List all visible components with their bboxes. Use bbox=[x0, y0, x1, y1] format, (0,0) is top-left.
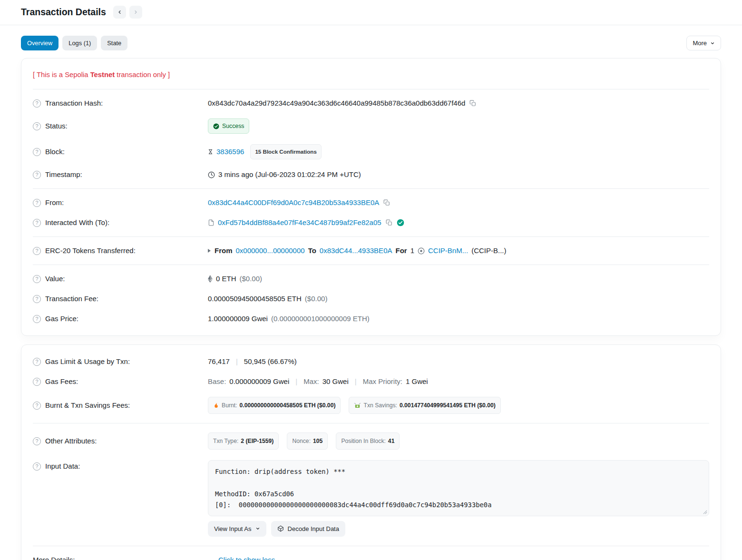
block-number-link[interactable]: 3836596 bbox=[216, 147, 244, 157]
flame-icon bbox=[213, 402, 219, 409]
row-gas-limit: ? Gas Limit & Usage by Txn: 76,417 | 50,… bbox=[33, 352, 709, 372]
row-label: ? Burnt & Txn Savings Fees: bbox=[33, 401, 208, 410]
token-icon bbox=[418, 247, 425, 255]
from-address-link[interactable]: 0x83dC44a4C00DFf69d0A0c7c94B20b53a4933BE… bbox=[208, 198, 379, 207]
help-icon[interactable]: ? bbox=[33, 148, 41, 156]
tab-state[interactable]: State bbox=[101, 36, 127, 50]
txn-type-value: 2 (EIP-1559) bbox=[241, 436, 273, 446]
nonce-badge: Nonce: 105 bbox=[287, 432, 328, 450]
help-icon[interactable]: ? bbox=[33, 437, 41, 445]
show-less-link[interactable]: Click to show less bbox=[218, 555, 275, 560]
more-button-label: More bbox=[693, 39, 707, 47]
help-icon[interactable]: ? bbox=[33, 358, 41, 366]
help-icon[interactable]: ? bbox=[33, 199, 41, 207]
help-icon[interactable]: ? bbox=[33, 219, 41, 227]
separator: | bbox=[295, 377, 297, 386]
input-data-box[interactable]: Function: drip(address token) *** Method… bbox=[208, 460, 709, 516]
row-interacted-with: ? Interacted With (To): 0xFd57b4ddBf88a4… bbox=[33, 213, 709, 233]
view-input-as-button[interactable]: View Input As bbox=[208, 521, 266, 537]
transfer-from-word: From bbox=[215, 246, 233, 255]
status-badge: Success bbox=[208, 118, 249, 134]
transaction-fee-usd: ($0.00) bbox=[305, 294, 328, 304]
help-icon[interactable]: ? bbox=[33, 247, 41, 255]
max-fee-label: Max: bbox=[303, 377, 319, 386]
row-label: ? Gas Fees: bbox=[33, 377, 208, 386]
help-icon[interactable]: ? bbox=[33, 295, 41, 303]
transaction-hash-label: Transaction Hash: bbox=[45, 98, 103, 108]
view-input-as-label: View Input As bbox=[214, 525, 252, 532]
token-name-link[interactable]: CCIP-BnM... bbox=[428, 246, 468, 255]
transfer-from-address-link[interactable]: 0x000000...00000000 bbox=[236, 246, 305, 255]
decode-input-data-button[interactable]: Decode Input Data bbox=[271, 521, 345, 537]
copy-icon[interactable] bbox=[385, 219, 393, 226]
row-label: ? Block: bbox=[33, 147, 208, 157]
help-icon[interactable]: ? bbox=[33, 402, 41, 410]
to-address-link[interactable]: 0xFd57b4ddBf88a4e07fF4e34C487b99af2Fe82a… bbox=[218, 218, 381, 227]
help-icon[interactable]: ? bbox=[33, 315, 41, 323]
status-label: Status: bbox=[45, 121, 68, 131]
more-details-label: More Details: bbox=[33, 555, 75, 560]
row-input-data: ? Input Data: Function: drip(address tok… bbox=[33, 455, 709, 542]
row-burnt-fees: ? Burnt & Txn Savings Fees: Burnt: 0.000… bbox=[33, 392, 709, 419]
txn-savings-badge-value: 0.001477404999541495 ETH ($0.00) bbox=[400, 401, 496, 410]
row-timestamp: ? Timestamp: 3 mins ago (Jul-06-2023 01:… bbox=[33, 165, 709, 185]
resize-handle-icon[interactable] bbox=[703, 510, 707, 514]
divider bbox=[33, 265, 709, 265]
gas-fees-label: Gas Fees: bbox=[45, 377, 78, 386]
row-value: 0x83dC44a4C00DFf69d0A0c7c94B20b53a4933BE… bbox=[208, 198, 709, 207]
row-label: ? Timestamp: bbox=[33, 170, 208, 179]
separator: | bbox=[236, 357, 238, 366]
row-label: ? Gas Price: bbox=[33, 314, 208, 324]
row-value-eth: ? Value: 0 ETH ($0.00) bbox=[33, 269, 709, 289]
row-value: Txn Type: 2 (EIP-1559) Nonce: 105 Positi… bbox=[208, 432, 709, 450]
row-value: From 0x000000...00000000 To 0x83dC44...4… bbox=[208, 246, 709, 255]
base-fee-value: 0.000000009 Gwei bbox=[229, 377, 289, 386]
row-label: ? Value: bbox=[33, 274, 208, 284]
copy-icon[interactable] bbox=[469, 100, 477, 107]
verified-check-icon bbox=[397, 219, 404, 226]
transfer-amount: 1 bbox=[410, 246, 414, 255]
tab-overview[interactable]: Overview bbox=[21, 36, 59, 50]
help-icon[interactable]: ? bbox=[33, 171, 41, 179]
burnt-badge-label: Burnt: bbox=[222, 401, 237, 410]
previous-transaction-button[interactable] bbox=[113, 6, 126, 19]
check-circle-icon bbox=[213, 123, 219, 129]
divider bbox=[33, 546, 709, 546]
input-data-label: Input Data: bbox=[45, 462, 80, 471]
copy-icon[interactable] bbox=[382, 199, 391, 206]
gas-limit-label: Gas Limit & Usage by Txn: bbox=[45, 357, 130, 366]
help-icon[interactable]: ? bbox=[33, 275, 41, 283]
txn-type-label: Txn Type: bbox=[213, 436, 238, 446]
max-priority-fee-label: Max Priority: bbox=[363, 377, 402, 386]
testnet-notice-suffix: transaction only ] bbox=[115, 71, 170, 79]
separator: | bbox=[355, 377, 357, 386]
row-label: ? Gas Limit & Usage by Txn: bbox=[33, 357, 208, 366]
nonce-value: 105 bbox=[313, 436, 322, 446]
row-gas-price: ? Gas Price: 1.000000009 Gwei (0.0000000… bbox=[33, 309, 709, 329]
row-value: 0xFd57b4ddBf88a4e07fF4e34C487b99af2Fe82a… bbox=[208, 218, 709, 227]
eth-diamond-icon bbox=[208, 275, 213, 283]
help-icon[interactable]: ? bbox=[33, 99, 41, 108]
page-header: Transaction Details bbox=[0, 0, 742, 25]
row-value: 0x843dc70a4a29d79234c49a904c363d6c46640a… bbox=[208, 98, 709, 108]
max-fee-value: 30 Gwei bbox=[322, 377, 349, 386]
tab-logs[interactable]: Logs (1) bbox=[62, 36, 97, 50]
from-label: From: bbox=[45, 198, 64, 207]
row-label: More Details: bbox=[33, 555, 208, 560]
help-icon[interactable]: ? bbox=[33, 378, 41, 386]
money-wings-icon bbox=[354, 403, 361, 409]
decode-input-data-label: Decode Input Data bbox=[288, 525, 339, 532]
row-label: ? Status: bbox=[33, 121, 208, 131]
transfer-to-address-link[interactable]: 0x83dC44...4933BE0A bbox=[320, 246, 392, 255]
row-value: Burnt: 0.000000000000458505 ETH ($0.00) … bbox=[208, 397, 709, 414]
more-dropdown-button[interactable]: More bbox=[686, 36, 721, 50]
help-icon[interactable]: ? bbox=[33, 462, 41, 471]
input-data-content: Function: drip(address token) *** Method… bbox=[215, 468, 491, 509]
row-value: Function: drip(address token) *** Method… bbox=[208, 460, 709, 537]
burnt-fee-badge: Burnt: 0.000000000000458505 ETH ($0.00) bbox=[208, 397, 341, 414]
help-icon[interactable]: ? bbox=[33, 122, 41, 130]
row-more-details: More Details: — Click to show less bbox=[33, 550, 709, 560]
contract-file-icon bbox=[208, 219, 215, 226]
gas-price-value: 1.000000009 Gwei bbox=[208, 314, 268, 324]
next-transaction-button[interactable] bbox=[129, 6, 142, 19]
